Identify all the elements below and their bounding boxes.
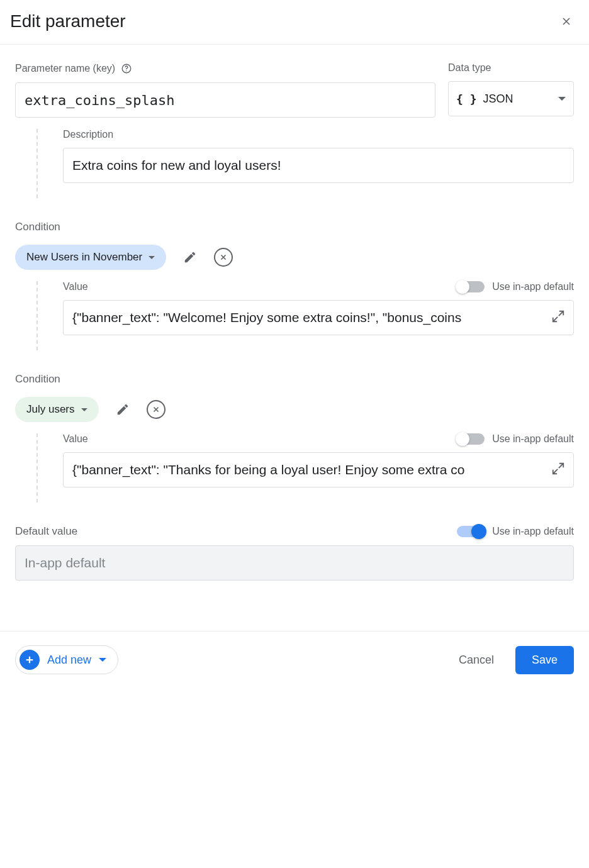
description-input[interactable] <box>63 148 574 183</box>
condition-heading: Condition <box>15 221 574 233</box>
toggle-label: Use in-app default <box>492 433 574 445</box>
close-icon[interactable] <box>559 14 574 29</box>
edit-icon[interactable] <box>181 248 199 266</box>
chevron-down-icon <box>558 97 566 101</box>
help-icon[interactable] <box>120 62 133 75</box>
use-in-app-default-toggle[interactable] <box>457 281 485 292</box>
value-label: Value <box>63 433 88 445</box>
datatype-label: Data type <box>448 62 574 74</box>
default-value-heading: Default value <box>15 525 77 538</box>
datatype-select[interactable]: { } JSON <box>448 81 574 116</box>
remove-icon[interactable] <box>147 400 165 419</box>
json-icon: { } <box>456 92 477 106</box>
add-new-button[interactable]: Add new <box>15 645 118 674</box>
edit-icon[interactable] <box>114 401 132 418</box>
cancel-button[interactable]: Cancel <box>455 653 498 667</box>
expand-icon[interactable] <box>551 462 565 478</box>
condition-chip-new-users[interactable]: New Users in November <box>15 245 166 270</box>
remove-icon[interactable] <box>214 248 233 267</box>
chevron-down-icon <box>81 408 87 411</box>
toggle-label: Use in-app default <box>492 281 574 292</box>
toggle-label: Use in-app default <box>492 526 574 537</box>
value-input[interactable]: {"banner_text": "Thanks for being a loya… <box>63 452 574 487</box>
parameter-name-label: Parameter name (key) <box>15 63 115 74</box>
plus-icon <box>20 650 40 670</box>
parameter-name-input[interactable] <box>15 82 435 118</box>
value-label: Value <box>63 281 88 292</box>
save-button[interactable]: Save <box>515 646 574 674</box>
datatype-value: JSON <box>483 92 552 106</box>
condition-chip-label: New Users in November <box>26 251 142 264</box>
use-in-app-default-toggle[interactable] <box>457 433 485 445</box>
default-value-input <box>15 545 574 581</box>
value-input[interactable]: {"banner_text": "Welcome! Enjoy some ext… <box>63 300 574 335</box>
page-title: Edit parameter <box>10 11 126 31</box>
expand-icon[interactable] <box>551 309 565 326</box>
svg-point-1 <box>126 70 126 71</box>
chevron-down-icon <box>149 256 155 259</box>
condition-chip-july-users[interactable]: July users <box>15 397 99 422</box>
condition-heading: Condition <box>15 373 574 386</box>
description-label: Description <box>63 129 574 140</box>
add-new-label: Add new <box>47 654 91 667</box>
use-in-app-default-toggle[interactable] <box>457 526 485 537</box>
condition-chip-label: July users <box>26 403 75 416</box>
chevron-down-icon <box>99 658 106 662</box>
